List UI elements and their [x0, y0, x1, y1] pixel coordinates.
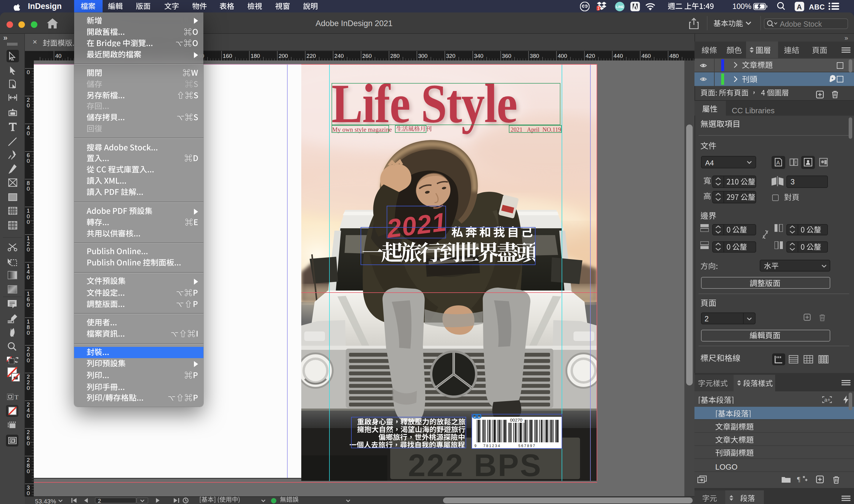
svg-text:0: 0 [26, 440, 30, 447]
svg-text:160: 160 [223, 53, 232, 59]
svg-text:2: 2 [26, 346, 30, 352]
svg-text:0: 0 [26, 385, 30, 391]
svg-text:0: 0 [26, 158, 30, 164]
svg-text:2: 2 [26, 429, 30, 435]
svg-text:4: 4 [26, 125, 30, 131]
svg-text:0: 0 [26, 185, 30, 192]
svg-text:40: 40 [55, 53, 61, 59]
svg-text:0: 0 [26, 302, 30, 308]
svg-text:420: 420 [585, 53, 595, 59]
svg-text:460: 460 [641, 53, 651, 59]
svg-text:0: 0 [26, 213, 30, 219]
svg-text:2: 2 [26, 97, 30, 103]
svg-text:240: 240 [334, 53, 344, 59]
svg-text:0: 0 [26, 219, 30, 225]
svg-text:4: 4 [26, 269, 30, 275]
svg-text:320: 320 [446, 53, 455, 59]
svg-text:340: 340 [474, 53, 483, 59]
svg-text:1: 1 [26, 235, 30, 241]
svg-text:1: 1 [26, 290, 30, 297]
svg-text:360: 360 [502, 53, 511, 59]
svg-text:2: 2 [26, 457, 30, 463]
svg-text:400: 400 [557, 53, 567, 59]
svg-text:a+: a+ [824, 397, 831, 403]
svg-text:A: A [776, 160, 780, 166]
svg-text:8: 8 [26, 463, 30, 469]
svg-text:0: 0 [26, 246, 30, 253]
svg-text:0: 0 [26, 69, 30, 75]
svg-text:LINE: LINE [616, 4, 624, 8]
svg-text:0: 0 [26, 357, 30, 363]
svg-text:6: 6 [26, 152, 30, 158]
svg-text:0: 0 [26, 352, 30, 358]
svg-text:2: 2 [26, 241, 30, 247]
svg-text:440: 440 [613, 53, 623, 59]
svg-text:6: 6 [26, 296, 30, 302]
svg-text:0: 0 [26, 274, 30, 281]
svg-text:1: 1 [597, 6, 600, 11]
svg-text:280: 280 [390, 53, 399, 59]
svg-text:¶: ¶ [797, 475, 800, 483]
svg-text:0: 0 [26, 413, 30, 419]
svg-text:8: 8 [26, 324, 30, 330]
svg-text:220: 220 [306, 53, 316, 59]
svg-text:0: 0 [26, 130, 30, 137]
svg-text:2: 2 [26, 374, 30, 380]
svg-text:1: 1 [26, 263, 30, 269]
svg-text:8: 8 [26, 180, 30, 186]
svg-text:0: 0 [26, 490, 30, 496]
svg-text:2: 2 [26, 379, 30, 385]
svg-text:0: 0 [26, 468, 30, 474]
svg-text:200: 200 [278, 53, 288, 59]
svg-text:0: 0 [26, 102, 30, 108]
svg-text:480: 480 [669, 53, 678, 59]
svg-text:3: 3 [26, 484, 30, 491]
svg-text:260: 260 [362, 53, 372, 59]
svg-text:0: 0 [26, 330, 30, 336]
svg-text:180: 180 [250, 53, 260, 59]
svg-text:T: T [15, 394, 18, 400]
svg-text:1: 1 [26, 208, 30, 214]
svg-text:300: 300 [418, 53, 427, 59]
svg-text:A: A [797, 3, 802, 11]
svg-text:1: 1 [26, 319, 30, 325]
svg-text:2: 2 [26, 401, 30, 408]
svg-text:4: 4 [26, 407, 30, 413]
svg-text:222 BPS: 222 BPS [408, 447, 542, 481]
svg-text:380: 380 [530, 53, 539, 59]
svg-text:6: 6 [26, 435, 30, 441]
